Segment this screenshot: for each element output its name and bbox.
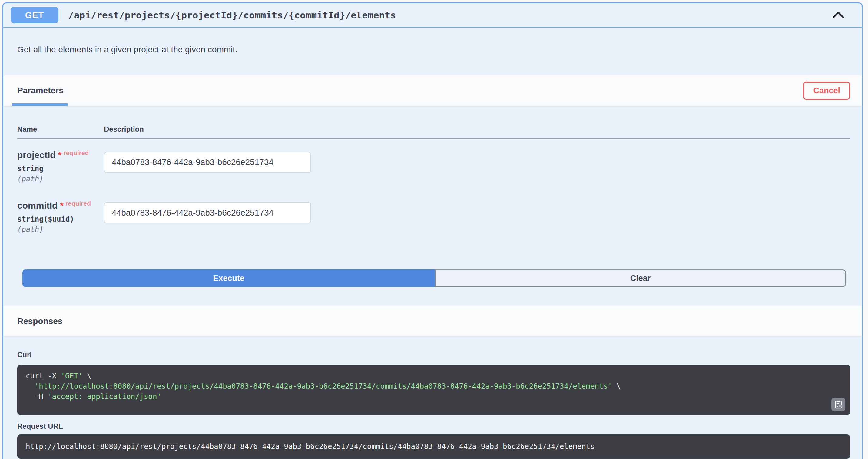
table-row: commitId*required string($uuid) (path): [17, 198, 850, 234]
code-segment: curl -X: [26, 372, 61, 380]
collapse-button[interactable]: [828, 7, 849, 24]
required-label: required: [63, 149, 89, 156]
copy-to-clipboard-button[interactable]: [831, 397, 845, 412]
param-value-cell: [104, 198, 850, 234]
required-label: required: [65, 200, 91, 207]
description-column-header: Description: [104, 125, 850, 133]
parameters-table-headers: Name Description: [17, 125, 850, 133]
cancel-button[interactable]: Cancel: [803, 82, 850, 100]
param-name-cell: projectId*required string (path): [17, 147, 104, 184]
param-location: (path): [17, 225, 104, 234]
param-name: commitId: [17, 200, 58, 210]
param-type: string($uuid): [17, 215, 104, 224]
http-method-badge: GET: [10, 7, 58, 23]
execute-clear-group: Execute Clear: [23, 269, 846, 287]
curl-line: -H 'accept: application/json': [26, 392, 842, 402]
code-segment: \: [83, 372, 91, 380]
parameters-section-header: Parameters Cancel: [3, 75, 862, 106]
responses-title: Responses: [17, 317, 62, 326]
required-star: *: [58, 150, 62, 160]
table-row: projectId*required string (path): [17, 147, 850, 184]
curl-line: curl -X 'GET' \: [26, 371, 842, 381]
param-name-cell: commitId*required string($uuid) (path): [17, 198, 104, 234]
code-segment: 'http://localhost:8080/api/rest/projects…: [34, 382, 612, 391]
code-segment: \: [612, 382, 621, 391]
parameters-table: Name Description projectId*required stri…: [3, 106, 862, 306]
param-name-line: projectId*required: [17, 147, 104, 161]
execute-button[interactable]: Execute: [23, 269, 435, 287]
copy-to-clipboard-icon: [834, 400, 843, 409]
endpoint-path: /api/rest/projects/{projectId}/commits/{…: [68, 10, 828, 21]
operation-summary-bar[interactable]: GET /api/rest/projects/{projectId}/commi…: [3, 3, 862, 28]
request-url-block: http://localhost:8080/api/rest/projects/…: [17, 434, 850, 459]
param-location: (path): [17, 174, 104, 184]
responses-section-header: Responses: [3, 306, 862, 336]
clear-button[interactable]: Clear: [435, 269, 846, 287]
curl-label: Curl: [17, 350, 850, 359]
curl-line: 'http://localhost:8080/api/rest/projects…: [26, 381, 842, 392]
responses-body: Curl curl -X 'GET' \ 'http://localhost:8…: [3, 336, 862, 459]
code-segment: 'GET': [61, 372, 83, 380]
api-operation-panel: GET /api/rest/projects/{projectId}/commi…: [2, 2, 863, 459]
active-tab-underline: [12, 103, 67, 106]
chevron-up-icon: [830, 9, 847, 22]
request-url-label: Request URL: [17, 422, 850, 431]
param-type: string: [17, 164, 104, 173]
parameters-tab-label: Parameters: [17, 86, 64, 95]
commitid-input[interactable]: [104, 202, 311, 224]
param-name: projectId: [17, 150, 56, 160]
code-segment: 'accept: application/json': [48, 392, 161, 401]
required-star: *: [60, 200, 64, 210]
code-segment: [26, 382, 34, 391]
name-column-header: Name: [17, 125, 104, 133]
param-name-line: commitId*required: [17, 198, 104, 211]
operation-description: Get all the elements in a given project …: [3, 28, 862, 75]
param-value-cell: [104, 147, 850, 184]
tab-parameters[interactable]: Parameters: [17, 86, 64, 95]
spacer: [17, 287, 850, 306]
table-header-divider: [17, 138, 850, 139]
curl-command-block: curl -X 'GET' \ 'http://localhost:8080/a…: [17, 365, 850, 415]
code-segment: -H: [26, 392, 48, 401]
projectid-input[interactable]: [104, 152, 311, 173]
